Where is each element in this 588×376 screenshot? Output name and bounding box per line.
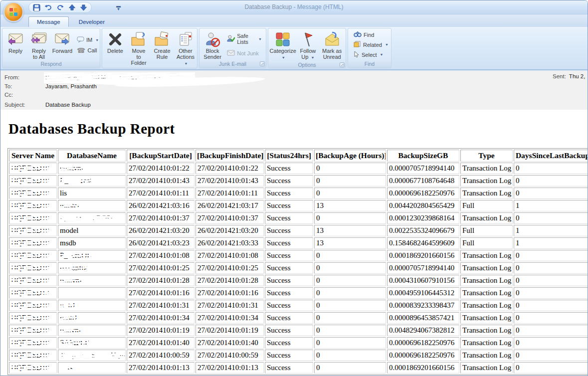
group-options: Categorize▼ Follow Up ▼ Mark as Unread O…: [268, 28, 346, 68]
group-label-find: Find: [348, 60, 391, 68]
backup-report-table: Server Name DatabaseName [BackupStartDat…: [7, 148, 588, 375]
related-button[interactable]: Related▼: [352, 40, 390, 49]
other-actions-button[interactable]: Other Actions ▼: [174, 29, 197, 68]
cell-backup-finish-date: 27/02/201410:01:19: [196, 325, 264, 336]
from-row: From: P__erSQL A_t___ted M_il__ [___SQL@…: [4, 73, 584, 82]
cell-database-name: .: [58, 287, 126, 299]
group-junk: Block Sender Safe Lists▼ Not Junk Junk E…: [199, 28, 266, 68]
cell-days-since: 0: [514, 350, 588, 361]
cell-backup-age: 0: [314, 250, 386, 261]
group-actions: Delete Move to Folder ▼ Create Rule Othe…: [102, 28, 197, 68]
find-icon: [354, 31, 362, 38]
follow-up-button[interactable]: Follow Up ▼: [296, 29, 319, 61]
subject-row: Subject: Database Backup: [4, 101, 584, 110]
tab-message[interactable]: Message: [28, 16, 69, 27]
cell-backup-start-date: 27/02/201410:01:34: [127, 312, 195, 324]
reply-icon: [7, 31, 24, 48]
cell-server-name: HQDBSD10: [9, 250, 57, 261]
table-row: HQDBSD10 lis 27/02/201410:01:11 27/02/20…: [9, 188, 588, 199]
move-to-folder-button[interactable]: Move to Folder ▼: [127, 29, 150, 68]
block-sender-button[interactable]: Block Sender: [201, 29, 224, 60]
col-backup-finish-date: [BackupFinishDate]: [196, 150, 264, 162]
cell-database-name: L____Test: [58, 175, 126, 187]
cell-type: Transaction Log: [460, 275, 513, 286]
find-button[interactable]: Find: [352, 31, 390, 39]
cell-days-since: 0: [514, 287, 588, 299]
cell-backup-size: 0.0000696182250976: [387, 350, 459, 361]
cell-backup-size: 0.0001230239868164: [387, 212, 459, 224]
safe-lists-button[interactable]: Safe Lists▼: [225, 32, 263, 45]
cell-server-name: HQDBSD10: [9, 200, 57, 211]
other-actions-icon: [178, 31, 193, 48]
cell-server-name: HQDBSD10: [9, 262, 57, 274]
not-junk-icon: [227, 50, 235, 57]
cell-backup-age: 0: [314, 337, 386, 349]
group-find: Find Related▼ Select▼ Find: [348, 28, 392, 68]
cell-server-name: HQDBSD10: [9, 275, 57, 286]
table-row: HQDBSD10 rtsdvm 27/02/201410:01:19 27/02…: [9, 325, 588, 336]
ribbon-tab-strip: Message Developer: [0, 14, 588, 27]
cell-server-name: HQDBSD10: [9, 300, 57, 311]
call-button[interactable]: ☎ Call▼: [75, 46, 100, 54]
im-button[interactable]: IM▼: [75, 36, 100, 44]
table-row: HQDBSD10 rt_b1 27/02/201410:01:31 27/02/…: [9, 300, 588, 311]
delete-button[interactable]: Delete: [104, 29, 127, 68]
cell-server-name: HQDBSD10: [9, 175, 57, 187]
cell-days-since: 1: [514, 237, 588, 249]
cell-type: Transaction Log: [460, 250, 513, 261]
cell-database-name: lis: [58, 188, 126, 199]
cell-status: Success: [265, 312, 313, 324]
forward-button[interactable]: Forward: [51, 29, 74, 60]
office-button[interactable]: [3, 2, 23, 22]
categorize-button[interactable]: Categorize▼: [270, 29, 296, 61]
cc-row: Cc:: [4, 91, 584, 100]
cell-backup-age: 0: [314, 350, 386, 361]
cell-backup-start-date: 27/02/201410:01:37: [127, 212, 195, 224]
cell-backup-age: 0: [314, 275, 386, 286]
cell-backup-age: 13: [314, 200, 386, 211]
mark-as-unread-button[interactable]: Mark as Unread: [320, 29, 344, 61]
cell-type: Transaction Log: [460, 312, 513, 324]
report-title: Databases Backup Report: [8, 121, 588, 137]
cell-type: Full: [460, 225, 513, 236]
junk-dialog-launcher-icon[interactable]: ◿: [260, 61, 265, 66]
cell-backup-size: 0.1584682464599609: [387, 237, 459, 249]
reply-to-all-button[interactable]: Reply to All: [27, 29, 50, 60]
cell-backup-start-date: 27/02/201410:01:08: [127, 250, 195, 261]
cell-server-name: HQDBSD10: [9, 337, 57, 349]
cell-backup-size: 0.0000696182250976: [387, 188, 459, 199]
create-rule-button[interactable]: Create Rule: [151, 29, 174, 68]
cell-server-name: HQDBSD10: [9, 312, 57, 324]
table-row: HQDBSD10 T__p_E__S____V_ult 27/02/201410…: [9, 350, 588, 361]
cell-backup-start-date: 27/02/201410:01:22: [127, 163, 195, 174]
table-row: HQDBSD13 . 27/02/201410:01:16 27/02/2014…: [9, 287, 588, 299]
cell-backup-start-date: 27/02/201410:01:11: [127, 188, 195, 199]
cell-days-since: 0: [514, 212, 588, 224]
cell-type: Transaction Log: [460, 287, 513, 299]
cell-backup-size: 0.0000839233398437: [387, 300, 459, 311]
reply-button[interactable]: Reply: [4, 29, 27, 60]
cell-days-since: 0: [514, 188, 588, 199]
cell-status: Success: [265, 325, 313, 336]
cell-server-name: HQDBSD10: [9, 225, 57, 236]
cell-days-since: 0: [514, 325, 588, 336]
message-body: Databases Backup Report Server Name Data…: [0, 110, 588, 376]
col-database-name: DatabaseName: [58, 150, 126, 162]
cell-backup-finish-date: 27/02/201410:01:28: [196, 275, 264, 286]
table-row: HQDBSD10 L____Test 27/02/201410:01:43 27…: [9, 175, 588, 187]
cell-backup-start-date: 27/02/201410:01:31: [127, 300, 195, 311]
options-dialog-launcher-icon[interactable]: ◿: [340, 62, 345, 67]
cell-database-name: model: [58, 225, 126, 236]
safe-lists-icon: [227, 35, 235, 43]
col-days-since-last-backup: DaysSinceLastBackup: [514, 150, 588, 162]
cell-backup-age: 13: [314, 225, 386, 236]
mark-as-unread-icon: [324, 31, 341, 48]
cell-type: Transaction Log: [460, 300, 513, 311]
cell-database-name: rtssb1: [58, 312, 126, 324]
cell-database-name: T__p_E__S____V_ult: [58, 350, 126, 361]
message-header: From: P__erSQL A_t___ted M_il__ [___SQL@…: [0, 70, 588, 110]
tab-developer[interactable]: Developer: [71, 17, 113, 27]
cell-backup-age: 0: [314, 300, 386, 311]
cell-status: Success: [265, 300, 313, 311]
select-button[interactable]: Select▼: [352, 50, 390, 59]
